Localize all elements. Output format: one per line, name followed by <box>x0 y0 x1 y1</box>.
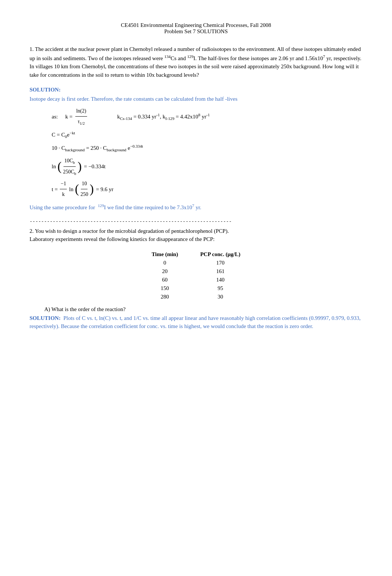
math-block: as: k = ln(2) τ1/2 kCs-134 = 0.334 yr-1,… <box>52 106 362 200</box>
table-cell: 0 <box>141 259 189 267</box>
problem1: 1. The accident at the nuclear power pla… <box>30 45 362 79</box>
t-den: 250 <box>80 189 89 200</box>
ln2-numerator: ln(2) <box>75 106 87 117</box>
t-label: t = <box>52 184 58 195</box>
table-cell: 95 <box>189 284 251 293</box>
kI-unit-sup: -1 <box>206 113 210 117</box>
big-paren-close: ) <box>78 161 82 173</box>
math-line-t: t = −1 k ln ( 10 250 ) = 9.6 yr <box>52 179 362 200</box>
header-line1: CE4501 Environmental Engineering Chemica… <box>30 22 362 28</box>
problem2-text1: 2. You wish to design a reactor for the … <box>30 227 362 235</box>
I129-super: 129 <box>98 203 104 208</box>
t-rhs: = 9.6 yr <box>96 184 113 195</box>
section-divider: ----------------------------------------… <box>30 218 362 224</box>
halflife-super: 7 <box>323 54 325 59</box>
table-cell: 30 <box>189 293 251 301</box>
using-text: Using the same procedure for <box>30 204 95 210</box>
kCs-sub: Cs-134 <box>120 116 132 121</box>
t-paren-close: ) <box>90 183 94 195</box>
k-den: k <box>61 189 65 200</box>
ln-label: ln <box>52 161 56 172</box>
C-eq: C = C0e−kt <box>52 129 75 141</box>
t-paren-open: ( <box>75 183 79 195</box>
header-line2: Problem Set 7 SOLUTIONS <box>30 28 362 35</box>
solution1-label: SOLUTION: <box>30 86 362 94</box>
as-label: as: <box>52 111 58 122</box>
k-eq: k = <box>65 111 73 122</box>
math-line-C: C = C0e−kt <box>52 129 362 141</box>
col-time: Time (min) <box>141 250 189 259</box>
kI-sup: 8 <box>198 113 200 117</box>
solution2: SOLUTION: Plots of C vs. t, ln(C) vs. t,… <box>30 314 362 331</box>
solution2-label: SOLUTION: <box>30 315 61 321</box>
tau-denominator: τ1/2 <box>77 117 85 127</box>
table-cell: 161 <box>189 267 251 276</box>
C0-sub: 0 <box>65 134 67 139</box>
question-a-text: A) What is the order of the reaction? <box>44 306 125 312</box>
cs134-super: 134 <box>164 54 171 59</box>
math-line-k: as: k = ln(2) τ1/2 kCs-134 = 0.334 yr-1,… <box>52 106 362 127</box>
page-header: CE4501 Environmental Engineering Chemica… <box>30 22 362 35</box>
fraction-ln2: ln(2) τ1/2 <box>75 106 87 127</box>
problem2-text2: Laboratory experiments reveal the follow… <box>30 235 362 244</box>
neg1-num: −1 <box>60 179 67 189</box>
data-table-section: Time (min) PCP conc. (μg/L) 017020161601… <box>133 250 259 301</box>
ln-rhs: = −0.334t <box>84 161 106 172</box>
table-row: 60140 <box>141 276 252 284</box>
kI-sub: I-129 <box>165 116 174 121</box>
t-num: 10 <box>81 179 87 189</box>
table-cell: 20 <box>141 267 189 276</box>
solution1-line1: Isotope decay is first order. Therefore,… <box>30 95 362 103</box>
half-sub: 1/2 <box>80 121 85 125</box>
table-cell: 140 <box>189 276 251 284</box>
math-line-ln: ln ( 10Cb 250Cb ) = −0.334t <box>52 156 362 177</box>
C-exp: −kt <box>69 131 75 135</box>
kCs-sup: -1 <box>157 113 160 117</box>
col-pcp: PCP conc. (μg/L) <box>189 250 251 259</box>
exp3: −0.334t <box>130 144 143 148</box>
pcp-table: Time (min) PCP conc. (μg/L) 017020161601… <box>141 250 252 301</box>
t-ln-label: ln <box>69 184 73 195</box>
Cb-den: 250Cb <box>62 167 77 177</box>
kCs-expr: kCs-134 = 0.334 yr-1, kI-129 = 4.42x108 … <box>117 111 210 123</box>
time-super: 7 <box>192 203 195 208</box>
table-cell: 280 <box>141 293 189 301</box>
table-cell: 60 <box>141 276 189 284</box>
solution2-text: Plots of C vs. t, ln(C) vs. t, and 1/C v… <box>30 315 361 330</box>
bg-sub1: background <box>65 148 85 152</box>
solution1: SOLUTION: Isotope decay is first order. … <box>30 86 362 212</box>
Cb-den-sub: b <box>74 171 76 175</box>
table-cell: 170 <box>189 259 251 267</box>
question-a: A) What is the order of the reaction? <box>44 306 362 313</box>
solution1-conclusion: Using the same procedure for 129I we fin… <box>30 203 362 212</box>
Cb-num: 10Cb <box>63 156 76 167</box>
fraction-neg1k: −1 k <box>60 179 67 200</box>
bg-sub2: background <box>107 148 126 152</box>
fraction-10-250: 10 250 <box>80 179 89 200</box>
big-paren-open: ( <box>58 161 62 173</box>
fraction-Cb: 10Cb 250Cb <box>62 156 77 177</box>
Cb-num-sub: b <box>73 161 75 165</box>
table-row: 20161 <box>141 267 252 276</box>
math-line-10C: 10 · Cbackground = 250 · Cbackground e−0… <box>52 142 362 154</box>
table-row: 15095 <box>141 284 252 293</box>
i129-super: 129 <box>187 54 193 59</box>
problem1-text1: 1. The accident at the nuclear power pla… <box>30 46 361 61</box>
eq3-expr: 10 · Cbackground = 250 · Cbackground e−0… <box>52 142 143 154</box>
problem2: 2. You wish to design a reactor for the … <box>30 227 362 244</box>
table-row: 0170 <box>141 259 252 267</box>
table-row: 28030 <box>141 293 252 301</box>
table-cell: 150 <box>141 284 189 293</box>
